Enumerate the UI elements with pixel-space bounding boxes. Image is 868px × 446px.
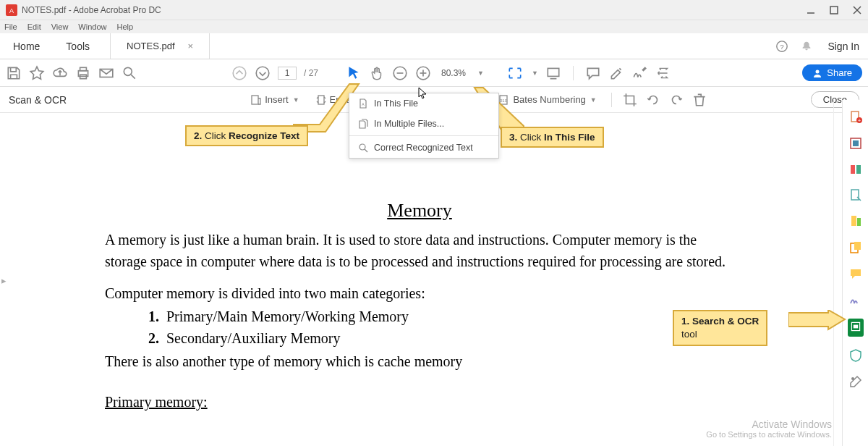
- zoom-in-icon[interactable]: [415, 65, 431, 81]
- pages-icon[interactable]: [848, 214, 863, 229]
- right-tool-rail: +: [842, 100, 868, 446]
- svg-rect-21: [548, 68, 558, 76]
- svg-rect-42: [856, 165, 861, 174]
- pointer-icon[interactable]: [346, 65, 362, 81]
- star-icon[interactable]: [29, 65, 45, 81]
- comment-tool-icon[interactable]: [848, 266, 863, 281]
- callout-2: 2. Click Recognize Text: [185, 125, 308, 146]
- dd-correct-text[interactable]: Correct Recognized Text: [349, 138, 498, 158]
- doc-heading: Memory: [105, 200, 734, 222]
- files-icon: [358, 119, 368, 129]
- svg-point-14: [233, 67, 246, 80]
- maximize-icon[interactable]: [829, 5, 839, 15]
- scan-ocr-tool-active[interactable]: [848, 319, 864, 337]
- fit-width-icon[interactable]: [507, 65, 523, 81]
- save-icon[interactable]: [6, 65, 22, 81]
- callout-1: 1. Search & OCRtool: [673, 310, 767, 346]
- scroll-up-icon[interactable]: ˆ: [835, 101, 838, 109]
- share-button[interactable]: Share: [802, 64, 862, 81]
- organize-icon[interactable]: [848, 188, 863, 203]
- help-icon[interactable]: ?: [775, 40, 788, 53]
- edit-pdf-icon[interactable]: [848, 136, 863, 151]
- protect-icon[interactable]: [848, 348, 863, 363]
- svg-line-13: [131, 75, 135, 79]
- signin-link[interactable]: Sign In: [827, 41, 859, 52]
- rotate-ccw-icon[interactable]: [645, 92, 661, 108]
- dd-multiple-files[interactable]: In Multiple Files...: [349, 114, 498, 134]
- vertical-scrollbar[interactable]: ˆ: [833, 100, 842, 446]
- menubar: File Edit View Window Help: [0, 20, 868, 33]
- main-toolbar: 1 / 27 80.3% ▼ ▼ Share: [0, 59, 868, 87]
- read-mode-icon[interactable]: [545, 65, 561, 81]
- export-pdf-icon[interactable]: [848, 162, 863, 177]
- tab-tools[interactable]: Tools: [53, 33, 103, 59]
- trash-icon[interactable]: [692, 92, 707, 108]
- zoom-out-icon[interactable]: [392, 65, 408, 81]
- scan-ocr-icon: [850, 321, 861, 332]
- recognize-text-dropdown: A In This File In Multiple Files... Corr…: [349, 93, 499, 159]
- left-panel-toggle[interactable]: ▸: [1, 275, 7, 286]
- more-tools-icon[interactable]: [848, 374, 863, 389]
- menu-file[interactable]: File: [4, 22, 17, 31]
- cloud-icon[interactable]: [52, 65, 68, 81]
- menu-view[interactable]: View: [51, 22, 69, 31]
- svg-rect-45: [857, 218, 861, 226]
- svg-point-23: [816, 70, 820, 73]
- close-window-icon[interactable]: [852, 5, 862, 15]
- magnify-icon: [358, 143, 368, 153]
- create-pdf-icon[interactable]: +: [848, 110, 863, 125]
- share-label: Share: [827, 67, 852, 78]
- svg-text:?: ?: [780, 42, 785, 50]
- document-viewport[interactable]: Memory A memory is just like a human bra…: [0, 113, 839, 446]
- svg-rect-47: [854, 242, 861, 250]
- scan-ocr-label: Scan & OCR: [9, 94, 67, 106]
- svg-point-15: [256, 67, 269, 80]
- mail-icon[interactable]: [98, 65, 114, 81]
- tab-file[interactable]: NOTES.pdf ×: [110, 33, 210, 59]
- page-up-icon[interactable]: [231, 65, 247, 81]
- menu-window[interactable]: Window: [78, 22, 106, 31]
- menu-help[interactable]: Help: [116, 22, 133, 31]
- combine-icon[interactable]: [848, 240, 863, 255]
- svg-text:+: +: [857, 118, 860, 123]
- hand-icon[interactable]: [369, 65, 385, 81]
- doc-subheading: Primary memory:: [105, 394, 734, 411]
- window-title: NOTES.pdf - Adobe Acrobat Pro DC: [22, 5, 806, 15]
- bell-icon[interactable]: [800, 40, 813, 53]
- fit-caret-icon[interactable]: ▼: [532, 70, 538, 77]
- page-total: / 27: [304, 68, 318, 78]
- doc-paragraph-1: A memory is just like a human brain. It …: [105, 229, 734, 272]
- rotate-cw-icon[interactable]: [668, 92, 684, 108]
- page-number-input[interactable]: 1: [278, 67, 297, 80]
- svg-rect-3: [830, 7, 838, 14]
- more-icon[interactable]: [655, 65, 671, 81]
- insert-icon: [250, 94, 262, 106]
- svg-rect-24: [252, 96, 258, 104]
- svg-rect-41: [851, 165, 855, 174]
- doc-list: 1. Primary/Main Memory/Working Memory 2.…: [148, 306, 734, 349]
- fill-sign-icon[interactable]: [848, 293, 863, 307]
- file-icon: A: [358, 98, 368, 109]
- doc-paragraph-3: There is also another type of memory whi…: [105, 350, 734, 372]
- svg-point-31: [359, 144, 365, 150]
- crop-icon[interactable]: [622, 92, 638, 108]
- menu-edit[interactable]: Edit: [27, 22, 41, 31]
- callout-3: 3. Click In This File: [501, 127, 604, 148]
- tab-home[interactable]: Home: [0, 33, 53, 59]
- tab-file-label: NOTES.pdf: [127, 41, 174, 51]
- svg-point-12: [124, 67, 132, 75]
- zoom-value[interactable]: 80.3%: [438, 68, 469, 78]
- highlight-icon[interactable]: [608, 65, 624, 81]
- zoom-caret-icon[interactable]: ▼: [477, 70, 484, 77]
- print-icon[interactable]: [75, 65, 91, 81]
- minimize-icon[interactable]: [806, 5, 816, 15]
- svg-rect-40: [853, 140, 859, 146]
- sign-icon[interactable]: [631, 65, 647, 81]
- svg-rect-44: [851, 216, 856, 226]
- share-person-icon: [812, 68, 822, 78]
- windows-activation-watermark: Activate Windows Go to Settings to activ…: [706, 418, 832, 439]
- tab-close-icon[interactable]: ×: [188, 41, 194, 51]
- comment-icon[interactable]: [585, 65, 601, 81]
- search-icon[interactable]: [122, 65, 137, 81]
- page-down-icon[interactable]: [255, 65, 271, 81]
